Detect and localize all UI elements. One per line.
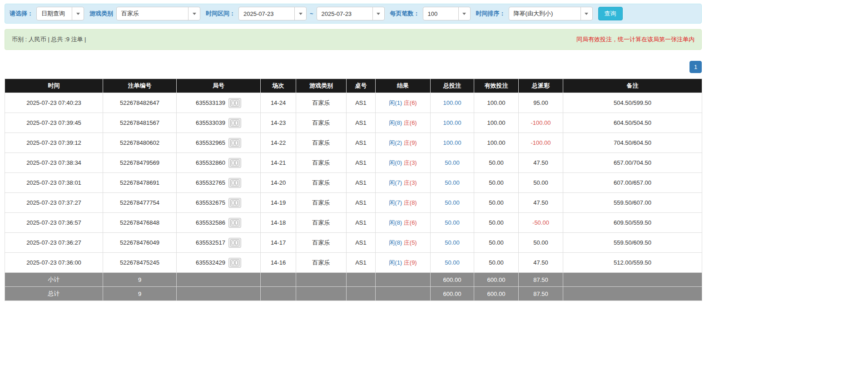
- cell-total-bet[interactable]: 100.00: [431, 93, 474, 113]
- round-number: 635533139: [196, 99, 225, 106]
- cell-session: 14-17: [261, 233, 296, 253]
- cell-table-no: AS1: [347, 173, 376, 193]
- cell-total-bet[interactable]: 50.00: [431, 153, 474, 173]
- page: 请选择： 日期查询 游戏类别 百家乐 时间区间： 2025-07-23 ~ 20…: [5, 4, 702, 301]
- cell-total-payout: 47.50: [519, 253, 563, 273]
- game-result-icon[interactable]: [228, 178, 241, 188]
- game-result-icon[interactable]: [228, 218, 241, 228]
- footer-valid-bet: 600.00: [474, 287, 519, 301]
- footer-total-payout: 87.50: [519, 287, 563, 301]
- cell-total-bet[interactable]: 50.00: [431, 253, 474, 273]
- total-bet-link[interactable]: 50.00: [445, 219, 460, 226]
- footer-empty: [563, 287, 702, 301]
- cell-table-no: AS1: [347, 193, 376, 213]
- footer-valid-bet: 600.00: [474, 273, 519, 287]
- date-to-select[interactable]: 2025-07-23: [317, 7, 385, 20]
- page-size-group: 每页笔数： 100: [390, 7, 471, 20]
- table-body: 2025-07-23 07:40:23522678482647635533139…: [5, 93, 702, 273]
- cell-session: 14-16: [261, 253, 296, 273]
- player-result: 闲(8): [389, 119, 402, 126]
- cell-total-payout: 47.50: [519, 193, 563, 213]
- cell-result: 闲(7) 庄(3): [376, 173, 431, 193]
- cell-session: 14-18: [261, 213, 296, 233]
- round-number: 635532586: [196, 219, 225, 226]
- bets-table: 时间 注单编号 局号 场次 游戏类别 桌号 结果 总投注 有效投注 总派彩 备注…: [5, 79, 702, 301]
- cell-bet-no: 522678478691: [103, 173, 177, 193]
- game-result-icon[interactable]: [228, 158, 241, 168]
- pagination: 1: [5, 61, 702, 73]
- cell-table-no: AS1: [347, 153, 376, 173]
- cell-result: 闲(8) 庄(6): [376, 113, 431, 133]
- cell-time: 2025-07-23 07:39:45: [5, 113, 103, 133]
- banker-result: 庄(6): [404, 119, 417, 126]
- cell-round-no: 635532860: [177, 153, 261, 173]
- footer-empty: [347, 273, 376, 287]
- cell-bet-no: 522678476049: [103, 233, 177, 253]
- cell-round-no: 635532429: [177, 253, 261, 273]
- cell-table-no: AS1: [347, 93, 376, 113]
- header-valid-bet: 有效投注: [474, 79, 519, 93]
- cell-total-payout: -100.00: [519, 113, 563, 133]
- payout-value: 50.00: [533, 239, 548, 246]
- footer-total-bet: 600.00: [431, 273, 474, 287]
- game-result-icon[interactable]: [228, 118, 241, 128]
- cell-game-category: 百家乐: [296, 233, 347, 253]
- date-from-select[interactable]: 2025-07-23: [238, 7, 307, 20]
- time-sort-value: 降幂(由大到小): [509, 7, 580, 20]
- cell-total-bet[interactable]: 50.00: [431, 213, 474, 233]
- cell-total-bet[interactable]: 100.00: [431, 113, 474, 133]
- cell-game-category: 百家乐: [296, 253, 347, 273]
- cell-round-no: 635532765: [177, 173, 261, 193]
- page-size-value: 100: [423, 7, 458, 20]
- cell-remark: 512.00/559.50: [563, 253, 702, 273]
- total-bet-link[interactable]: 50.00: [445, 199, 460, 206]
- game-result-icon[interactable]: [228, 258, 241, 268]
- query-type-select[interactable]: 日期查询: [36, 7, 84, 20]
- cell-time: 2025-07-23 07:37:27: [5, 193, 103, 213]
- table-header: 时间 注单编号 局号 场次 游戏类别 桌号 结果 总投注 有效投注 总派彩 备注: [5, 79, 702, 93]
- cell-valid-bet: 100.00: [474, 93, 519, 113]
- table-footer: 小计9600.00600.0087.50总计9600.00600.0087.50: [5, 273, 702, 301]
- cell-round-no: 635533039: [177, 113, 261, 133]
- table-row: 2025-07-23 07:38:34522678479569635532860…: [5, 153, 702, 173]
- footer-empty: [563, 273, 702, 287]
- cell-time: 2025-07-23 07:36:00: [5, 253, 103, 273]
- total-bet-link[interactable]: 100.00: [443, 139, 461, 146]
- table-row: 2025-07-23 07:36:57522678476848635532586…: [5, 213, 702, 233]
- table-row: 2025-07-23 07:40:23522678482647635533139…: [5, 93, 702, 113]
- page-size-select[interactable]: 100: [423, 7, 471, 20]
- query-type-label: 请选择：: [10, 10, 33, 18]
- total-bet-link[interactable]: 100.00: [443, 99, 461, 106]
- time-sort-select[interactable]: 降幂(由大到小): [509, 7, 593, 20]
- cell-table-no: AS1: [347, 233, 376, 253]
- query-button[interactable]: 查询: [598, 7, 623, 20]
- game-result-icon[interactable]: [228, 238, 241, 248]
- game-result-icon[interactable]: [228, 198, 241, 208]
- chevron-down-icon: [72, 7, 84, 20]
- page-1-button[interactable]: 1: [689, 61, 702, 73]
- chevron-down-icon: [458, 7, 470, 20]
- total-bet-link[interactable]: 50.00: [445, 259, 460, 266]
- total-bet-link[interactable]: 50.00: [445, 159, 460, 166]
- cell-valid-bet: 100.00: [474, 113, 519, 133]
- game-result-icon[interactable]: [228, 138, 241, 148]
- total-bet-link[interactable]: 50.00: [445, 239, 460, 246]
- cell-session: 14-23: [261, 113, 296, 133]
- cell-total-bet[interactable]: 50.00: [431, 173, 474, 193]
- footer-count: 9: [103, 287, 177, 301]
- cell-total-bet[interactable]: 50.00: [431, 233, 474, 253]
- game-category-select[interactable]: 百家乐: [116, 7, 200, 20]
- date-range-group: 时间区间： 2025-07-23 ~ 2025-07-23: [206, 7, 385, 20]
- chevron-down-icon: [294, 7, 306, 20]
- table-row: 2025-07-23 07:36:00522678475245635532429…: [5, 253, 702, 273]
- header-result: 结果: [376, 79, 431, 93]
- total-bet-link[interactable]: 100.00: [443, 119, 461, 126]
- cell-remark: 559.50/609.50: [563, 233, 702, 253]
- cell-total-bet[interactable]: 100.00: [431, 133, 474, 153]
- cell-total-bet[interactable]: 50.00: [431, 193, 474, 213]
- game-result-icon[interactable]: [228, 98, 241, 108]
- cell-round-no: 635533139: [177, 93, 261, 113]
- round-number: 635532765: [196, 179, 225, 186]
- game-category-label: 游戏类别: [89, 10, 113, 18]
- total-bet-link[interactable]: 50.00: [445, 179, 460, 186]
